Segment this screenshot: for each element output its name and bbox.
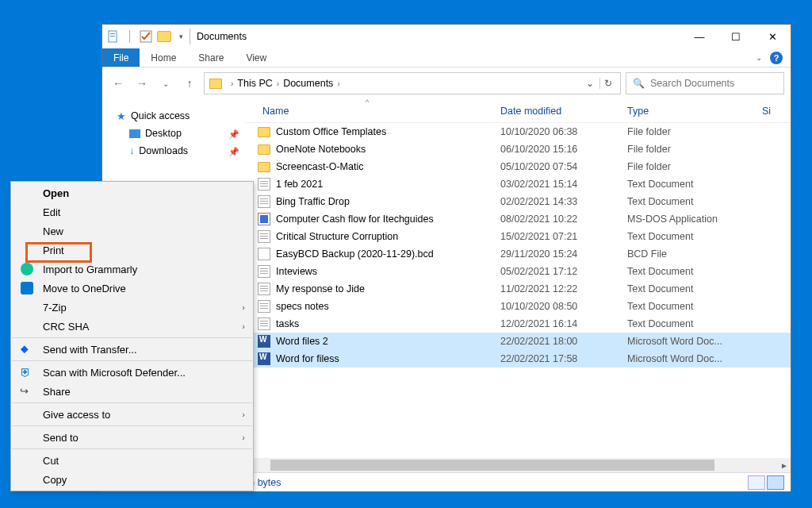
ctx-crc[interactable]: CRC SHA›: [11, 317, 253, 336]
col-type[interactable]: Type: [616, 106, 751, 117]
scroll-thumb[interactable]: [270, 460, 714, 471]
breadcrumb-sep-icon[interactable]: ›: [337, 79, 339, 88]
file-row[interactable]: Critical Structure Corruption15/02/2021 …: [245, 228, 791, 245]
tree-label: Quick access: [131, 110, 190, 121]
close-button[interactable]: ✕: [754, 25, 791, 48]
file-row[interactable]: Inteviews05/02/2021 17:12Text Document: [245, 263, 791, 280]
col-date[interactable]: Date modified: [489, 106, 616, 117]
nav-recent-dropdown[interactable]: ⌄: [156, 74, 175, 93]
ctx-label: Move to OneDrive: [43, 283, 126, 294]
checkbox-icon[interactable]: [140, 30, 152, 43]
address-dropdown-icon[interactable]: ⌄: [582, 78, 598, 89]
ctx-cut[interactable]: Cut: [11, 451, 253, 470]
ctx-print[interactable]: Print: [11, 241, 253, 260]
folder-icon: [157, 31, 171, 42]
nav-forward-button[interactable]: →: [132, 74, 151, 93]
desktop-icon: [129, 129, 140, 138]
pin-icon: 📌: [228, 129, 237, 138]
window-title: Documents: [197, 31, 247, 42]
tab-file[interactable]: File: [102, 48, 140, 67]
file-row[interactable]: Word for filess22/02/2021 17:58Microsoft…: [245, 350, 791, 368]
file-row[interactable]: Screencast-O-Matic05/10/2020 07:54File f…: [245, 158, 791, 175]
nav-back-button[interactable]: ←: [109, 74, 128, 93]
file-name: specs notes: [276, 301, 329, 312]
refresh-button[interactable]: ↻: [599, 78, 615, 89]
tree-downloads[interactable]: ↓ Downloads 📌: [117, 142, 245, 160]
tab-share[interactable]: Share: [187, 48, 235, 67]
ctx-open[interactable]: Open: [11, 183, 253, 202]
file-type: Text Document: [616, 231, 751, 242]
file-type: Text Document: [616, 266, 751, 277]
minimize-button[interactable]: —: [681, 25, 718, 48]
ctx-move-onedrive[interactable]: Move to OneDrive: [11, 279, 253, 298]
ctx-copy[interactable]: Copy: [11, 470, 253, 489]
file-row[interactable]: Computer Cash flow for Itechguides08/02/…: [245, 210, 791, 228]
file-type: Text Document: [616, 301, 751, 312]
file-name: Custom Office Templates: [276, 126, 386, 137]
file-name: My response to Jide: [276, 283, 365, 294]
file-name: Bing Traffic Drop: [276, 196, 350, 207]
tree-desktop[interactable]: Desktop 📌: [117, 125, 245, 142]
file-row[interactable]: EasyBCD Backup (2020-11-29).bcd29/11/202…: [245, 245, 791, 263]
ctx-import-grammarly[interactable]: Import to Grammarly: [11, 260, 253, 279]
tree-quick-access[interactable]: ★ Quick access: [117, 107, 245, 125]
ribbon-expand-icon[interactable]: ⌄: [756, 53, 762, 62]
file-row[interactable]: specs notes10/10/2020 08:50Text Document: [245, 298, 791, 315]
file-row[interactable]: My response to Jide11/02/2021 12:22Text …: [245, 280, 791, 298]
horizontal-scrollbar[interactable]: ◄ ►: [245, 458, 791, 472]
maximize-button[interactable]: ☐: [718, 25, 754, 48]
ctx-defender[interactable]: ⛨Scan with Microsoft Defender...: [11, 363, 253, 382]
text-icon: [258, 318, 270, 330]
chevron-right-icon: ›: [242, 410, 245, 419]
breadcrumb-folder[interactable]: Documents: [283, 78, 333, 89]
address-bar[interactable]: › This PC › Documents › ⌄ ↻: [204, 72, 621, 94]
file-row[interactable]: Custom Office Templates10/10/2020 06:38F…: [245, 123, 791, 140]
file-type: Text Document: [616, 179, 751, 190]
app-icon: [258, 213, 270, 225]
file-row[interactable]: OneNote Notebooks06/10/2020 15:16File fo…: [245, 140, 791, 158]
file-row[interactable]: tasks12/02/2021 16:14Text Document: [245, 315, 791, 333]
search-input[interactable]: 🔍 Search Documents: [626, 72, 784, 94]
grammarly-icon: [21, 263, 33, 275]
view-large-button[interactable]: [767, 475, 784, 490]
file-date: 15/02/2021 07:21: [489, 231, 616, 242]
search-icon: 🔍: [633, 78, 645, 89]
ctx-label: Send with Transfer...: [43, 344, 137, 356]
breadcrumb-sep-icon[interactable]: ›: [277, 79, 279, 88]
file-type: Text Document: [616, 318, 751, 329]
scroll-right-icon[interactable]: ►: [778, 461, 791, 470]
file-row[interactable]: Bing Traffic Drop02/02/2021 14:33Text Do…: [245, 193, 791, 210]
nav-up-button[interactable]: ↑: [180, 74, 199, 93]
file-name: 1 feb 2021: [276, 179, 323, 190]
view-details-button[interactable]: [748, 475, 765, 490]
tab-home[interactable]: Home: [140, 48, 187, 67]
bcd-icon: [258, 248, 270, 260]
ctx-send-transfer[interactable]: ⯁Send with Transfer...: [11, 340, 253, 359]
breadcrumb-root[interactable]: This PC: [237, 78, 272, 89]
breadcrumb-sep-icon[interactable]: ›: [231, 79, 233, 88]
qat-dropdown-icon[interactable]: ▾: [179, 33, 183, 40]
text-icon: [258, 178, 270, 190]
file-date: 11/02/2021 12:22: [489, 283, 616, 294]
file-type: BCD File: [616, 248, 751, 260]
status-bar: ) bytes: [245, 472, 791, 491]
file-date: 06/10/2020 15:16: [489, 144, 616, 155]
file-row[interactable]: 1 feb 202103/02/2021 15:14Text Document: [245, 175, 791, 193]
file-row[interactable]: Word files 222/02/2021 18:00Microsoft Wo…: [245, 333, 791, 350]
file-date: 12/02/2021 16:14: [489, 318, 616, 329]
file-date: 02/02/2021 14:33: [489, 196, 616, 207]
ctx-edit[interactable]: Edit: [11, 202, 253, 221]
file-date: 08/02/2021 10:22: [489, 214, 616, 225]
properties-icon[interactable]: [107, 30, 120, 43]
tab-view[interactable]: View: [235, 48, 278, 67]
col-size[interactable]: Si: [751, 106, 791, 117]
ctx-7zip[interactable]: 7-Zip›: [11, 298, 253, 317]
ctx-send-to[interactable]: Send to›: [11, 428, 253, 447]
dropbox-icon: ⯁: [19, 343, 32, 356]
help-icon[interactable]: ?: [770, 52, 783, 64]
col-name[interactable]: Name: [251, 106, 489, 117]
ctx-share[interactable]: ↪Share: [11, 382, 253, 401]
ctx-new[interactable]: New: [11, 221, 253, 241]
ctx-give-access[interactable]: Give access to›: [11, 405, 253, 424]
ctx-label: 7-Zip: [43, 302, 67, 314]
